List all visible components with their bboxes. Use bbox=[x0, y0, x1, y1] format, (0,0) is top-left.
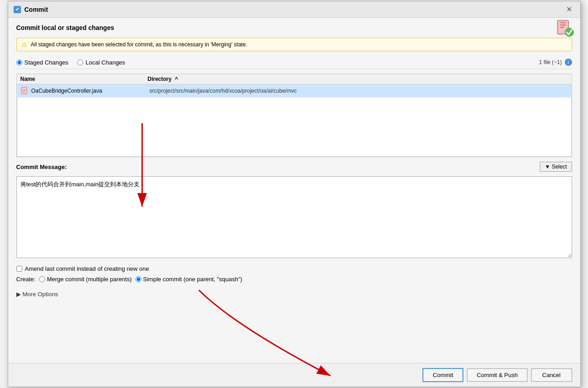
title-bar-left: ✔ Commit bbox=[14, 6, 48, 13]
merge-commit-radio-label[interactable]: Merge commit (multiple parents) bbox=[39, 276, 131, 283]
file-count: 1 file (~1) i bbox=[539, 59, 572, 66]
section-title: Commit local or staged changes bbox=[16, 24, 572, 31]
dialog-footer: Commit Commit & Push Cancel bbox=[8, 363, 580, 387]
file-dir: src/project/src/main/java/com/hd/xcoa/pr… bbox=[150, 88, 568, 94]
create-label: Create: bbox=[16, 276, 36, 283]
amend-checkbox[interactable] bbox=[16, 266, 22, 272]
info-icon[interactable]: i bbox=[565, 59, 572, 66]
simple-commit-radio-label[interactable]: Simple commit (one parent, "squash") bbox=[136, 276, 242, 283]
svg-rect-1 bbox=[560, 22, 566, 23]
local-changes-radio[interactable]: Local Changes bbox=[77, 59, 125, 66]
merge-commit-radio[interactable] bbox=[39, 276, 45, 282]
dialog-title: Commit bbox=[25, 6, 48, 13]
table-header: Name Directory ^ bbox=[17, 74, 572, 85]
svg-rect-3 bbox=[560, 27, 564, 28]
commit-message-header: Commit Message: ▼ Select bbox=[16, 162, 572, 172]
commit-button[interactable]: Commit bbox=[422, 368, 463, 382]
options-section: Amend last commit instead of creating ne… bbox=[16, 263, 572, 285]
simple-commit-radio[interactable] bbox=[136, 276, 141, 282]
warning-bar: ⚠ All staged changes have been selected … bbox=[16, 38, 572, 51]
title-bar: ✔ Commit ✕ bbox=[8, 1, 580, 18]
commit-message-input[interactable]: 将test的代码合并到main,main提交到本地分支 bbox=[16, 176, 572, 258]
select-button[interactable]: ▼ Select bbox=[540, 162, 572, 172]
amend-row: Amend last commit instead of creating ne… bbox=[16, 265, 572, 272]
warning-text: All staged changes have been selected fo… bbox=[31, 41, 247, 48]
file-table-container: Name Directory ^ OaCubeBridgeController.… bbox=[16, 74, 572, 157]
dialog-body: Commit local or staged changes ⚠ All sta… bbox=[8, 18, 580, 363]
col-dir-header: Directory ^ bbox=[148, 76, 568, 82]
chevron-right-icon: ▶ bbox=[16, 291, 21, 298]
amend-label[interactable]: Amend last commit instead of creating ne… bbox=[25, 265, 149, 272]
commit-dialog: ✔ Commit ✕ Commit local or staged change… bbox=[8, 1, 581, 387]
col-name-header: Name bbox=[20, 76, 148, 82]
file-icon bbox=[20, 87, 29, 95]
more-options-toggle[interactable]: ▶ More Options bbox=[16, 290, 572, 298]
tab-row: Staged Changes Local Changes 1 file (~1)… bbox=[16, 56, 572, 69]
file-table: Name Directory ^ OaCubeBridgeController.… bbox=[16, 74, 572, 157]
staged-changes-radio[interactable]: Staged Changes bbox=[16, 59, 69, 66]
commit-message-label: Commit Message: bbox=[16, 164, 67, 170]
create-row: Create: Merge commit (multiple parents) … bbox=[16, 276, 572, 283]
cancel-button[interactable]: Cancel bbox=[531, 368, 572, 382]
warning-icon: ⚠ bbox=[21, 41, 27, 48]
file-name: OaCubeBridgeController.java bbox=[31, 88, 150, 94]
commit-icon: ✔ bbox=[14, 6, 21, 13]
close-button[interactable]: ✕ bbox=[563, 4, 575, 15]
table-row[interactable]: OaCubeBridgeController.java src/project/… bbox=[17, 85, 572, 98]
svg-rect-2 bbox=[560, 25, 566, 25]
commit-push-button[interactable]: Commit & Push bbox=[467, 368, 527, 382]
top-right-decoration bbox=[556, 20, 574, 38]
table-empty-area bbox=[17, 98, 572, 157]
